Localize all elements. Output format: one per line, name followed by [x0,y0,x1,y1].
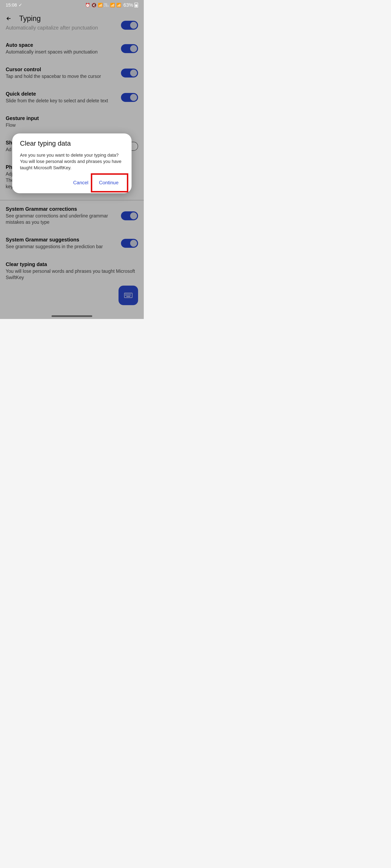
mute-icon: 🔇 [91,3,96,7]
battery-percent: 63% [123,2,133,8]
cancel-button[interactable]: Cancel [68,177,94,188]
dialog-body: Are you sure you want to delete your typ… [20,152,124,171]
clear-typing-data-dialog: Clear typing data Are you sure you want … [12,133,132,193]
signal-icon-2: 📶 [116,3,121,7]
status-right: ⏰ 🔇 📶 Vo)LTE1 📶 📶 63% [85,2,138,8]
dialog-actions: Cancel Continue [20,177,124,188]
status-extra-icon: ✓ [19,2,22,8]
status-left: 15:08 ✓ [6,2,22,8]
alarm-icon: ⏰ [85,3,90,7]
volte-icon: Vo)LTE1 [104,3,109,7]
wifi-icon: 📶 [98,3,103,7]
status-bar: 15:08 ✓ ⏰ 🔇 📶 Vo)LTE1 📶 📶 63% [0,0,144,10]
battery-icon [134,3,138,7]
gesture-nav-pill[interactable] [52,315,92,317]
dialog-title: Clear typing data [20,140,124,147]
signal-icon-1: 📶 [110,3,115,7]
annotation-highlight [91,173,128,192]
status-time: 15:08 [6,2,17,8]
